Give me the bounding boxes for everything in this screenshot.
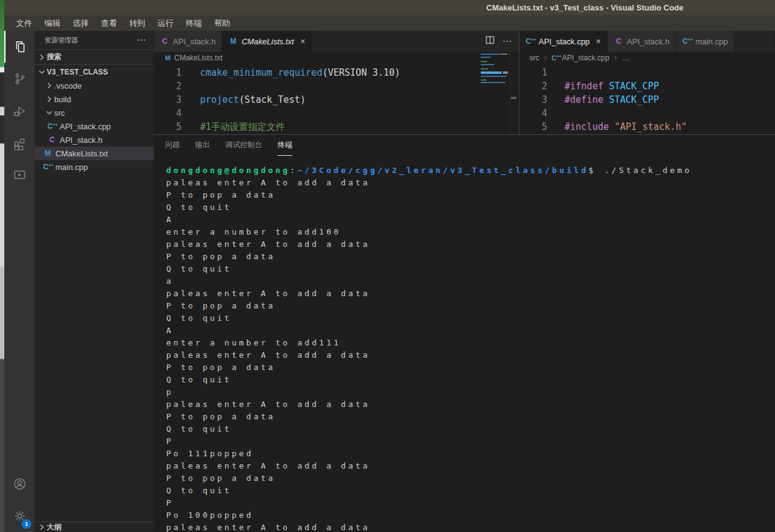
tab-main-cpp[interactable]: C main.cpp <box>677 31 735 52</box>
header-file-icon: C <box>614 37 623 46</box>
section-outline[interactable]: 大纲 <box>34 522 154 532</box>
terminal-line: Q to quit <box>166 374 775 386</box>
terminal-line: a <box>166 275 775 288</box>
terminal-line: Q to quit <box>166 485 775 497</box>
menu-selection[interactable]: 选择 <box>66 15 95 31</box>
editor-and-panel-area: C API_stack.h M CMakeLists.txt × ⋯ M <box>154 31 775 532</box>
sidebar-header: 资源管理器 ⋯ <box>34 31 154 49</box>
terminal-line: enter a number to add111 <box>166 337 775 349</box>
chevron-down-icon <box>37 67 47 77</box>
cmake-file-icon: M <box>43 149 52 158</box>
editor-group-right: C API_stack.cpp × C API_stack.h C main.c… <box>520 31 774 134</box>
code-line: 5#1手动设置指定文件 <box>154 120 519 134</box>
code-line: 4 <box>520 107 774 120</box>
terminal-line: P <box>166 435 775 448</box>
bottom-panel: 问题 输出 调试控制台 终端 dongdong@dongdong:~/3Code… <box>154 134 775 532</box>
desktop-background-strip <box>0 0 4 532</box>
chevron-right-icon <box>37 52 47 62</box>
menu-file[interactable]: 文件 <box>10 15 38 31</box>
close-icon[interactable]: × <box>300 36 305 46</box>
minimap[interactable] <box>481 54 509 121</box>
menu-go[interactable]: 转到 <box>123 15 151 31</box>
terminal-line: paleas enter A to add a data <box>166 522 775 532</box>
code-line: 2 <box>154 79 519 93</box>
section-search[interactable]: 搜索 <box>34 49 154 64</box>
code-line: 5#include "API_stack.h" <box>520 120 774 134</box>
editor-group-left: C API_stack.h M CMakeLists.txt × ⋯ M <box>154 31 520 134</box>
code-editor-api-stack-cpp[interactable]: 1 2#ifndef STACK_CPP 3#define STACK_CPP … <box>520 64 774 134</box>
code-editor-cmakelists[interactable]: 1cmake_minimum_required(VERSION 3.10) 2 … <box>154 64 519 134</box>
scrollbar-thumb[interactable] <box>511 97 516 99</box>
extensions-icon[interactable] <box>4 127 34 159</box>
tree-item-main-cpp[interactable]: C main.cpp <box>34 160 154 174</box>
tree-item-src[interactable]: src <box>34 106 154 119</box>
breadcrumb-left[interactable]: M CMakeLists.txt <box>154 52 519 64</box>
tree-item-vscode[interactable]: .vscode <box>34 79 154 92</box>
editor-groups: C API_stack.h M CMakeLists.txt × ⋯ M <box>154 31 775 134</box>
tab-api-stack-cpp[interactable]: C API_stack.cpp × <box>520 31 608 52</box>
sidebar-title: 资源管理器 <box>44 36 137 45</box>
chevron-right-icon <box>612 54 619 62</box>
window-title: CMakeLists.txt - v3_Test_class - Visual … <box>486 0 683 15</box>
terminal-line: paleas enter A to add a data <box>166 177 775 189</box>
panel-tab-problems[interactable]: 问题 <box>165 135 180 156</box>
menu-help[interactable]: 帮助 <box>208 15 236 31</box>
terminal-output[interactable]: dongdong@dongdong:~/3Code/cgg/v2_leran/v… <box>154 156 775 532</box>
section-workspace-root[interactable]: V3_TEST_CLASS <box>34 64 154 79</box>
cpp-file-icon: C <box>552 54 560 62</box>
split-editor-icon[interactable] <box>485 35 495 47</box>
menu-edit[interactable]: 编辑 <box>38 15 66 31</box>
terminal-line: P <box>166 497 775 509</box>
panel-tab-debug-console[interactable]: 调试控制台 <box>225 135 262 156</box>
source-control-icon[interactable] <box>4 63 34 95</box>
cmake-file-icon: M <box>164 54 172 62</box>
tab-api-stack-h-right[interactable]: C API_stack.h <box>608 31 676 52</box>
terminal-line: A <box>166 324 775 337</box>
code-line: 4 <box>154 107 519 120</box>
terminal-line: A <box>166 214 775 226</box>
code-line: 2#ifndef STACK_CPP <box>520 79 774 93</box>
header-file-icon: C <box>160 37 169 46</box>
settings-gear-icon[interactable]: 1 <box>4 500 34 532</box>
tree-item-api-stack-cpp[interactable]: C API_stack.cpp <box>34 119 154 133</box>
tree-item-api-stack-h[interactable]: C API_stack.h <box>34 133 154 147</box>
terminal-line: Po 100popped <box>166 509 775 522</box>
terminal-line: paleas enter A to add a data <box>166 349 775 361</box>
explorer-icon[interactable] <box>4 31 34 63</box>
menu-view[interactable]: 查看 <box>95 15 123 31</box>
sidebar-more-actions[interactable]: ⋯ <box>137 34 147 46</box>
terminal-line: enter a number to add100 <box>166 226 775 238</box>
terminal-line: Q to quit <box>166 423 775 435</box>
cpp-file-icon: C <box>526 37 535 46</box>
tab-api-stack-h[interactable]: C API_stack.h <box>154 31 222 52</box>
menu-run[interactable]: 运行 <box>151 15 180 31</box>
code-line: 3project(Stack_Test) <box>154 93 519 107</box>
tab-bar-left: C API_stack.h M CMakeLists.txt × ⋯ <box>154 31 519 52</box>
menu-terminal[interactable]: 终端 <box>180 15 208 31</box>
account-icon[interactable] <box>4 468 34 500</box>
tree-item-build[interactable]: build <box>34 92 154 106</box>
tab-cmakelists[interactable]: M CMakeLists.txt × <box>222 31 311 52</box>
more-actions-icon[interactable]: ⋯ <box>502 36 512 47</box>
terminal-line: P to pop a data <box>166 472 775 485</box>
breadcrumb-right[interactable]: src C API_stack.cpp … <box>520 52 774 64</box>
code-line: 1 <box>520 66 774 79</box>
chevron-right-icon <box>44 81 54 91</box>
panel-tab-terminal[interactable]: 终端 <box>278 135 292 156</box>
remote-explorer-icon[interactable] <box>4 159 34 191</box>
tree-item-cmakelists[interactable]: M CMakeLists.txt <box>34 147 154 160</box>
chevron-right-icon <box>37 522 47 532</box>
terminal-line: paleas enter A to add a data <box>166 398 775 411</box>
close-icon[interactable]: × <box>596 36 601 46</box>
menu-bar: 文件 编辑 选择 查看 转到 运行 终端 帮助 <box>4 15 775 31</box>
editor-scrollbar[interactable] <box>510 52 519 134</box>
chevron-right-icon <box>542 54 549 62</box>
panel-tab-output[interactable]: 输出 <box>195 135 210 156</box>
cpp-file-icon: C <box>43 163 52 171</box>
activity-bar-spacer <box>4 191 34 468</box>
explorer-sidebar: 资源管理器 ⋯ 搜索 V3_TEST_CLASS .vscode build s… <box>34 31 154 532</box>
code-line: 3#define STACK_CPP <box>520 93 774 107</box>
run-debug-icon[interactable] <box>4 95 34 127</box>
header-file-icon: C <box>47 135 57 144</box>
cpp-file-icon: C <box>47 122 57 131</box>
